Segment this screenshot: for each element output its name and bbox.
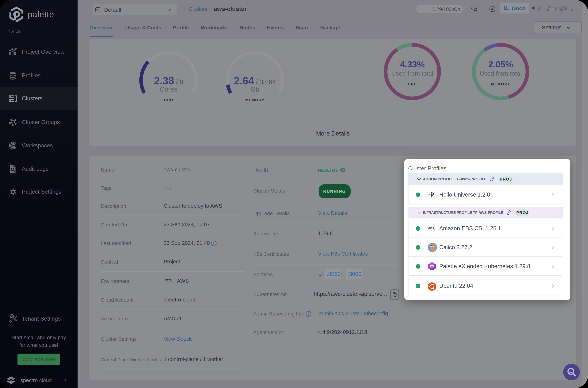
svg-text:aws: aws	[428, 225, 434, 229]
svg-text:aws: aws	[165, 277, 172, 281]
